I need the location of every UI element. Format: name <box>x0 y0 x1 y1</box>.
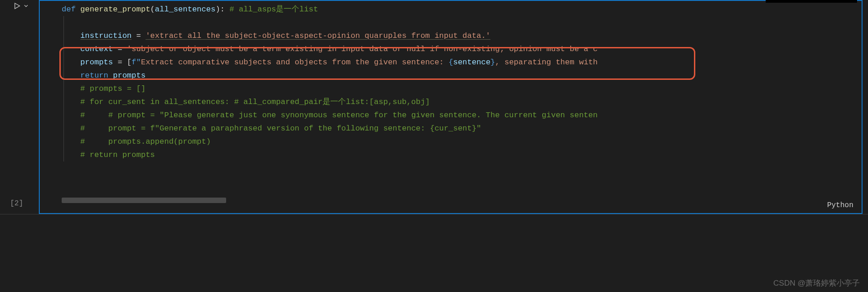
code-line[interactable]: return prompts <box>40 69 862 82</box>
code-line[interactable] <box>40 16 862 29</box>
code-line[interactable]: # prompt = f"Generate a paraphrased vers… <box>40 122 862 135</box>
notebook-cell: [2] def generate_prompt(all_sentences): … <box>0 0 868 214</box>
code-line[interactable]: # prompts.append(prompt) <box>40 135 862 148</box>
cell-gutter: [2] <box>0 0 39 214</box>
watermark: CSDN @萧珞婷紫小亭子 <box>773 278 860 288</box>
language-label[interactable]: Python <box>827 201 853 209</box>
code-line[interactable]: prompts = [f"Extract comparative subject… <box>40 56 862 69</box>
code-line[interactable]: # for cur_sent in all_sentences: # all_c… <box>40 95 862 109</box>
code-line[interactable]: # return prompts <box>40 148 862 162</box>
horizontal-scrollbar[interactable] <box>62 198 226 203</box>
code-line[interactable]: # # prompt = "Please generate just one s… <box>40 109 862 122</box>
run-cell-icon[interactable] <box>13 2 21 12</box>
code-line[interactable]: context = 'subject or object must be a t… <box>40 42 862 56</box>
execution-count: [2] <box>10 199 23 208</box>
code-editor[interactable]: def generate_prompt(all_sentences): # al… <box>39 0 863 214</box>
code-line[interactable]: def generate_prompt(all_sentences): # al… <box>40 3 862 16</box>
svg-marker-0 <box>15 3 20 9</box>
code-line[interactable]: instruction = 'extract all the subject-o… <box>40 29 862 42</box>
code-line[interactable]: # prompts = [] <box>40 82 862 95</box>
chevron-down-icon[interactable] <box>23 3 29 11</box>
